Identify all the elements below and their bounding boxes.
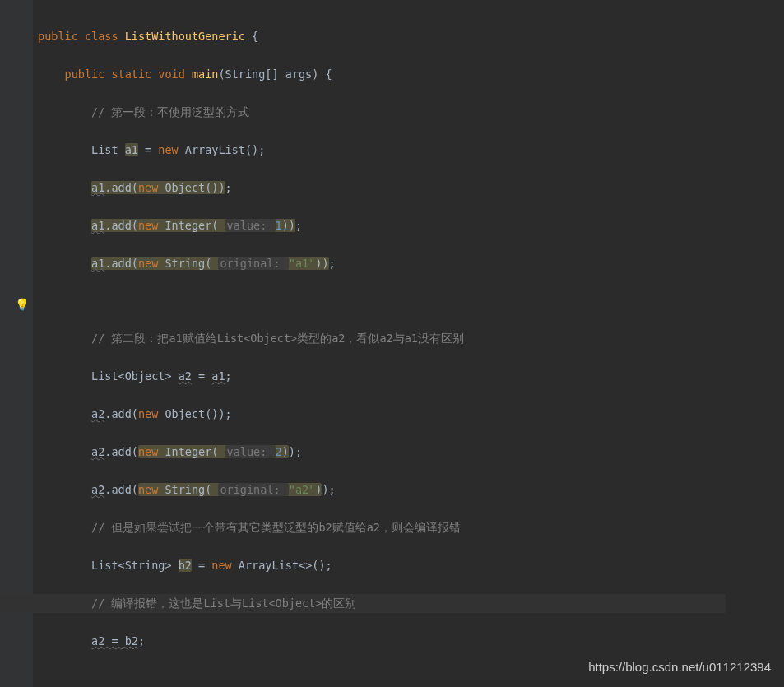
indent (38, 483, 91, 496)
keyword: public static void (38, 67, 192, 81)
text: Object()); (158, 407, 231, 420)
empty-line (38, 292, 726, 311)
warn-var: b2 (179, 559, 192, 572)
string: "a2" (289, 483, 316, 496)
text: List<String> (38, 559, 179, 572)
comment: // 第一段：不使用泛型的方式 (38, 105, 249, 118)
warn-var: a1 (125, 143, 138, 156)
text: List<Object> (38, 369, 179, 383)
var: a2 (179, 369, 192, 383)
warn-call: a1 (91, 181, 104, 194)
var: a1 (211, 369, 225, 383)
watermark: https://blog.csdn.net/u011212394 (588, 657, 771, 678)
indent (38, 445, 91, 458)
semi: ; (295, 219, 302, 232)
param-hint: original: (218, 257, 288, 270)
text: ArrayList(); (179, 143, 266, 156)
number: 1 (276, 219, 282, 232)
text: ArrayList<>(); (232, 559, 332, 572)
keyword: public class (38, 30, 125, 43)
param-hint: original: (218, 483, 288, 496)
text: = (192, 369, 211, 383)
indent (38, 634, 91, 648)
semi: ; (225, 369, 232, 383)
brace: { (245, 30, 258, 43)
number: 2 (276, 445, 282, 458)
text: = (192, 559, 211, 572)
string: "a1" (289, 257, 316, 270)
var: a2 (91, 483, 104, 496)
var: a2 (91, 445, 104, 458)
error-assign: a2 = b2 (91, 634, 138, 648)
text: .add( (104, 483, 138, 496)
indent (38, 407, 91, 420)
code-editor[interactable]: public class ListWithoutGeneric { public… (0, 0, 784, 10)
indent (38, 219, 91, 232)
class-name: ListWithoutGeneric (125, 30, 245, 43)
comment: // 第二段：把a1赋值给List<Object>类型的a2，看似a2与a1没有… (38, 332, 464, 345)
semi: ; (138, 634, 145, 648)
param-hint: value: (225, 219, 276, 232)
text: .add( (104, 407, 138, 420)
text: List (38, 143, 125, 156)
keyword: new (211, 559, 231, 572)
semi: ; (329, 257, 336, 270)
keyword: new (138, 407, 158, 420)
comment: // 编译报错，这也是List与List<Object>的区别 (38, 596, 356, 610)
text: = (138, 143, 158, 156)
method-name: main (192, 67, 219, 81)
semi: ; (225, 181, 232, 194)
keyword: new (158, 143, 178, 156)
code-content: public class ListWithoutGeneric { public… (0, 0, 726, 687)
comment: // 但是如果尝试把一个带有其它类型泛型的b2赋值给a2，则会编译报错 (38, 521, 461, 534)
text: ); (322, 483, 335, 496)
params: (String[] args) { (218, 67, 332, 81)
indent (38, 257, 91, 270)
param-hint: value: (225, 445, 276, 458)
text: ); (289, 445, 302, 458)
text: .add( (104, 445, 138, 458)
var: a2 (91, 407, 104, 420)
indent (38, 181, 91, 194)
